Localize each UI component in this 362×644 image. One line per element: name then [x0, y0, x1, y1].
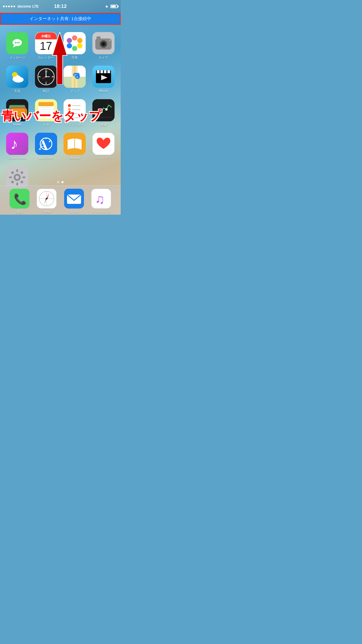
app-messages-label: メッセージ [9, 55, 25, 60]
svg-text:♫: ♫ [95, 192, 105, 206]
app-camera-label: カメラ [99, 55, 108, 60]
status-bar-left: docomo LTE [3, 4, 38, 8]
status-bar: docomo LTE 18:12 ★ [0, 0, 121, 13]
svg-point-15 [72, 40, 78, 46]
app-clips[interactable]: iMovie [91, 66, 117, 93]
app-calendar[interactable]: 木曜日 17 カレンダー [33, 32, 59, 60]
app-itunes[interactable]: ♪ iTunes Store [4, 133, 30, 160]
svg-rect-56 [104, 70, 106, 73]
svg-point-6 [17, 42, 18, 43]
svg-rect-55 [101, 70, 103, 73]
app-ibooks-label: iBooks [70, 156, 80, 160]
signal-dot-1 [3, 6, 5, 7]
page-dot-0 [57, 181, 59, 183]
svg-point-12 [72, 46, 77, 51]
app-maps-label: マップ [70, 89, 80, 93]
signal-dot-4 [11, 6, 13, 7]
signal-dots [3, 6, 15, 7]
svg-rect-100 [22, 176, 25, 178]
app-ibooks[interactable]: iBooks [62, 133, 88, 160]
svg-point-5 [15, 42, 16, 43]
svg-point-9 [72, 35, 77, 41]
hotspot-banner[interactable]: インターネット共有: 1台接続中 [0, 13, 121, 25]
app-appstore-label: App Store [39, 156, 53, 160]
app-photos[interactable]: 写真 [62, 32, 88, 60]
svg-point-10 [77, 38, 82, 43]
app-itunes-label: iTunes Store [8, 156, 26, 160]
app-grid: メッセージ 木曜日 17 カレンダー [0, 25, 121, 197]
app-reminders[interactable]: リマインダー [62, 99, 88, 127]
svg-rect-21 [96, 36, 101, 39]
dock-music[interactable]: ♫ ミュージック [91, 189, 111, 214]
svg-text:♪: ♪ [10, 135, 18, 152]
app-health-label: ヘルスケア [95, 156, 111, 160]
svg-point-27 [15, 75, 21, 81]
svg-point-7 [18, 42, 20, 43]
dock-mail[interactable]: メール [64, 189, 84, 214]
app-messages[interactable]: メッセージ [4, 32, 30, 60]
svg-point-14 [67, 38, 72, 43]
battery-icon [110, 5, 118, 8]
svg-point-81 [105, 108, 108, 111]
svg-point-72 [68, 104, 71, 107]
svg-point-113 [46, 198, 48, 200]
svg-rect-70 [38, 102, 54, 106]
svg-rect-98 [16, 183, 18, 186]
carrier-label: docomo [17, 4, 31, 8]
app-calendar-label: カレンダー [38, 55, 54, 60]
status-bar-right: ★ [105, 4, 118, 9]
app-clock[interactable]: 12 3 6 9 時計 [33, 66, 59, 93]
bluetooth-icon: ★ [105, 4, 109, 9]
battery-fill [111, 6, 116, 7]
app-stocks-label: 株価 [100, 123, 107, 127]
dock-music-label: ミュージック [92, 210, 111, 214]
svg-rect-97 [16, 169, 18, 172]
calendar-day-name: 木曜日 [41, 34, 51, 38]
dock-mail-label: メール [69, 210, 79, 214]
app-maps[interactable]: 280 A マップ [62, 66, 88, 93]
app-wallet-label: Wallet [13, 123, 22, 126]
signal-dot-5 [13, 6, 15, 7]
svg-point-74 [68, 108, 71, 111]
app-weather[interactable]: 天気 [4, 66, 30, 93]
status-bar-time: 18:12 [54, 4, 66, 9]
signal-dot-2 [6, 6, 7, 7]
dock-phone[interactable]: 📞 電話 [10, 189, 29, 214]
svg-text:9: 9 [39, 76, 41, 78]
page-dot-1 [61, 181, 64, 183]
app-stocks[interactable]: 株価 [91, 99, 117, 127]
signal-dot-3 [8, 6, 10, 7]
svg-point-78 [68, 116, 71, 119]
svg-point-11 [77, 43, 82, 48]
app-health[interactable]: ヘルスケア [91, 133, 117, 160]
svg-point-20 [102, 43, 105, 46]
svg-rect-57 [108, 70, 110, 73]
dock-safari[interactable]: Safari [37, 189, 57, 213]
app-notes-label: メモ [43, 123, 49, 127]
svg-text:6: 6 [45, 81, 47, 84]
svg-point-76 [68, 112, 71, 115]
svg-rect-99 [9, 176, 12, 178]
dock-safari-label: Safari [43, 210, 51, 213]
dock-phone-label: 電話 [16, 210, 23, 214]
svg-rect-54 [97, 70, 99, 73]
page-dots [57, 181, 64, 183]
app-notes[interactable]: メモ [33, 99, 59, 127]
app-reminders-label: リマインダー [65, 123, 84, 127]
svg-rect-80 [92, 99, 115, 121]
app-camera[interactable]: カメラ [91, 32, 117, 60]
hotspot-text: インターネット共有: 1台接続中 [29, 16, 91, 21]
app-weather-label: 天気 [14, 89, 20, 93]
svg-text:📞: 📞 [14, 193, 27, 205]
dock: 📞 電話 Safari [0, 186, 121, 215]
network-type: LTE [32, 4, 39, 8]
app-appstore[interactable]: 𝐀 App Store [33, 133, 59, 160]
app-clips-label: iMovie [99, 89, 108, 92]
svg-point-22 [109, 39, 111, 41]
app-clock-label: 時計 [43, 89, 49, 93]
svg-text:A: A [76, 76, 78, 78]
svg-point-41 [45, 76, 47, 78]
calendar-date: 17 [40, 40, 52, 52]
app-wallet[interactable]: Wallet [4, 99, 30, 127]
svg-point-13 [67, 43, 72, 48]
